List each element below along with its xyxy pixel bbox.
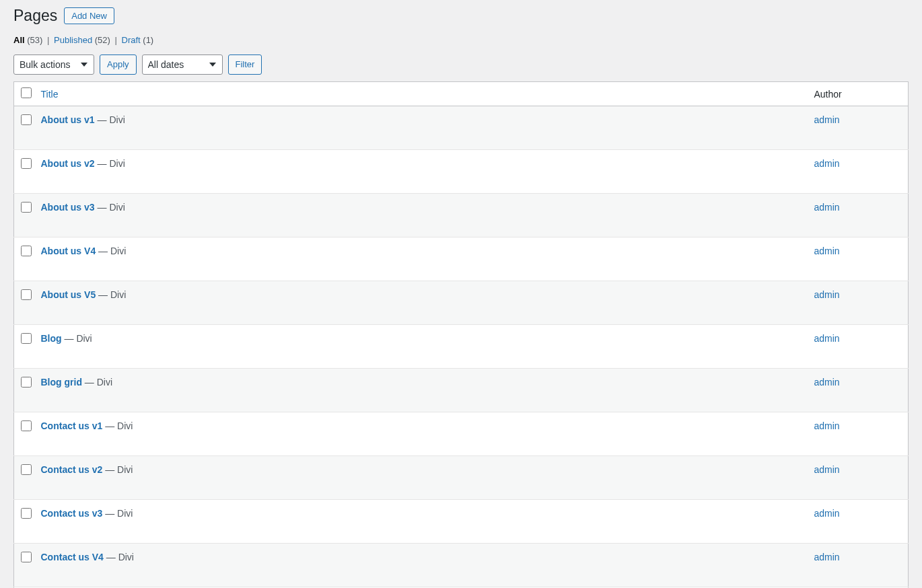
- row-title-cell: About us V4 — Divi: [34, 237, 808, 281]
- row-checkbox[interactable]: [21, 552, 32, 562]
- dates-select-wrap: All dates: [142, 54, 223, 75]
- row-checkbox[interactable]: [21, 377, 32, 388]
- author-link[interactable]: admin: [814, 202, 840, 213]
- table-row: Contact us v3 — Diviadmin: [14, 500, 909, 544]
- apply-button[interactable]: Apply: [100, 54, 137, 75]
- row-title-cell: About us V5 — Divi: [34, 281, 808, 325]
- table-row: Blog — Diviadmin: [14, 325, 909, 369]
- row-author-cell: admin: [808, 325, 909, 369]
- row-checkbox[interactable]: [21, 202, 32, 213]
- author-column-header: Author: [808, 82, 909, 106]
- select-all-checkbox[interactable]: [21, 87, 32, 98]
- author-link[interactable]: admin: [814, 158, 840, 169]
- row-author-cell: admin: [808, 237, 909, 281]
- page-title-link[interactable]: About us V4: [41, 246, 96, 256]
- table-row: Contact us v1 — Diviadmin: [14, 412, 909, 456]
- row-check-cell: [14, 412, 34, 456]
- author-link[interactable]: admin: [814, 464, 840, 475]
- select-all-header: [14, 82, 34, 106]
- row-title-cell: Blog grid — Divi: [34, 369, 808, 412]
- page-title-link[interactable]: Contact us v3: [41, 508, 103, 519]
- row-author-cell: admin: [808, 544, 909, 587]
- page-title-link[interactable]: About us v2: [41, 158, 95, 169]
- page-title-suffix: — Divi: [95, 114, 125, 125]
- row-check-cell: [14, 456, 34, 500]
- row-title-cell: Contact us v1 — Divi: [34, 412, 808, 456]
- row-check-cell: [14, 194, 34, 237]
- row-checkbox[interactable]: [21, 420, 32, 431]
- bulk-actions-select[interactable]: Bulk actions: [13, 54, 94, 75]
- row-checkbox[interactable]: [21, 464, 32, 475]
- page-title-suffix: — Divi: [104, 552, 134, 562]
- row-check-cell: [14, 544, 34, 587]
- page-title-link[interactable]: About us V5: [41, 289, 96, 300]
- author-link[interactable]: admin: [814, 289, 840, 300]
- table-row: Blog grid — Diviadmin: [14, 369, 909, 412]
- separator: |: [47, 35, 49, 45]
- filter-draft-label: Draft: [122, 35, 141, 45]
- page-title-suffix: — Divi: [82, 377, 112, 388]
- row-title-cell: About us v2 — Divi: [34, 150, 808, 194]
- page-title-suffix: — Divi: [102, 464, 133, 475]
- filter-button[interactable]: Filter: [228, 54, 262, 75]
- table-row: About us V4 — Diviadmin: [14, 237, 909, 281]
- author-link[interactable]: admin: [814, 114, 840, 125]
- author-link[interactable]: admin: [814, 246, 840, 256]
- row-checkbox[interactable]: [21, 289, 32, 300]
- author-link[interactable]: admin: [814, 508, 840, 519]
- filter-published[interactable]: Published (52): [54, 35, 112, 45]
- page-title-link[interactable]: About us v3: [41, 202, 95, 213]
- row-check-cell: [14, 150, 34, 194]
- author-link[interactable]: admin: [814, 552, 840, 562]
- row-author-cell: admin: [808, 106, 909, 150]
- page-title-link[interactable]: Contact us v2: [41, 464, 103, 475]
- page-title-suffix: — Divi: [96, 289, 126, 300]
- pages-table: Title Author About us v1 — DiviadminAbou…: [13, 81, 909, 588]
- row-checkbox[interactable]: [21, 158, 32, 169]
- page-title-suffix: — Divi: [95, 158, 125, 169]
- filter-all-label: All: [13, 35, 25, 45]
- dates-select[interactable]: All dates: [142, 54, 223, 75]
- status-filter-links: All (53) | Published (52) | Draft (1): [13, 35, 909, 45]
- title-column-label: Title: [41, 89, 59, 100]
- bulk-actions-select-wrap: Bulk actions: [13, 54, 94, 75]
- row-author-cell: admin: [808, 369, 909, 412]
- row-title-cell: About us v1 — Divi: [34, 106, 808, 150]
- table-row: About us v2 — Diviadmin: [14, 150, 909, 194]
- title-column-header[interactable]: Title: [34, 82, 808, 106]
- author-link[interactable]: admin: [814, 377, 840, 388]
- row-title-cell: Contact us V4 — Divi: [34, 544, 808, 587]
- row-title-cell: Contact us v2 — Divi: [34, 456, 808, 500]
- page-title-link[interactable]: Contact us V4: [41, 552, 104, 562]
- add-new-button[interactable]: Add New: [64, 7, 114, 24]
- row-check-cell: [14, 106, 34, 150]
- filter-all[interactable]: All (53): [13, 35, 45, 45]
- row-title-cell: Contact us v3 — Divi: [34, 500, 808, 544]
- table-row: About us V5 — Diviadmin: [14, 281, 909, 325]
- row-checkbox[interactable]: [21, 508, 32, 519]
- row-author-cell: admin: [808, 412, 909, 456]
- filter-all-count: (53): [27, 35, 42, 45]
- page-title: Pages: [13, 7, 57, 25]
- filter-published-count: (52): [95, 35, 110, 45]
- page-title-link[interactable]: Blog grid: [41, 377, 82, 388]
- row-check-cell: [14, 237, 34, 281]
- row-checkbox[interactable]: [21, 246, 32, 256]
- page-title-link[interactable]: About us v1: [41, 114, 95, 125]
- page-title-suffix: — Divi: [102, 420, 133, 431]
- page-title-link[interactable]: Contact us v1: [41, 420, 103, 431]
- table-row: Contact us V4 — Diviadmin: [14, 544, 909, 587]
- page-title-suffix: — Divi: [102, 508, 133, 519]
- row-author-cell: admin: [808, 281, 909, 325]
- filter-draft-count: (1): [143, 35, 153, 45]
- table-row: About us v3 — Diviadmin: [14, 194, 909, 237]
- author-link[interactable]: admin: [814, 420, 840, 431]
- row-check-cell: [14, 325, 34, 369]
- filter-draft[interactable]: Draft (1): [122, 35, 154, 45]
- row-author-cell: admin: [808, 456, 909, 500]
- row-checkbox[interactable]: [21, 333, 32, 344]
- row-author-cell: admin: [808, 194, 909, 237]
- page-title-link[interactable]: Blog: [41, 333, 62, 344]
- row-checkbox[interactable]: [21, 114, 32, 125]
- author-link[interactable]: admin: [814, 333, 840, 344]
